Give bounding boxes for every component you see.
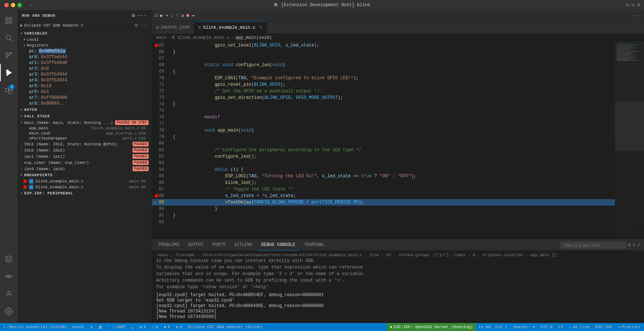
breadcrumb-part-func[interactable]: app_main(void) xyxy=(235,35,272,40)
window-icon-2[interactable]: ⊡ xyxy=(632,2,635,8)
layout-icon[interactable]: ⊡ xyxy=(155,12,158,19)
activity-settings[interactable] xyxy=(0,303,17,320)
status-espidf[interactable]: ESP-IDF xyxy=(592,323,615,331)
status-openocd[interactable]: ● ESP-IDF: OpenOCD Server (Running) xyxy=(387,323,475,331)
tab-close-icon[interactable]: × xyxy=(259,25,262,31)
status-spaces[interactable]: Spaces: 4 xyxy=(510,323,538,331)
status-settings-btn[interactable]: ⚙ xyxy=(88,323,96,331)
thread-idle[interactable]: › IDLE (Name: IDLE) PAUSED xyxy=(17,147,151,153)
frame-vport-file: port.c xyxy=(123,136,137,141)
status-infos[interactable]: ✖ 0 xyxy=(161,323,173,331)
disconnect-icon[interactable]: ⇥ xyxy=(191,12,194,19)
thread-ipc0[interactable]: › ipc0 (Name: ipc0) PAUSED xyxy=(17,166,151,172)
status-errors[interactable]: ⊕ 0 xyxy=(137,323,149,331)
thread-idle-cpu1[interactable]: › IDLE (Name: IDLE, State: Running @CPU1… xyxy=(17,141,151,147)
play-icon[interactable]: ▶ xyxy=(20,23,23,28)
line-num-68: 68 xyxy=(152,62,170,68)
minimize-button[interactable] xyxy=(11,3,15,7)
bp-item-88[interactable]: blink_example_main.c main 88 xyxy=(17,184,151,190)
bp-check-65[interactable] xyxy=(29,179,33,183)
tab-launch-json[interactable]: ⚙ launch.json xyxy=(152,21,194,34)
maximize-button[interactable] xyxy=(17,3,22,7)
activity-extensions[interactable]: 1 xyxy=(0,81,17,99)
sidebar-scroll[interactable]: ▾ Variables ▾ Local ▾ Registers pc: 0x40… xyxy=(17,30,151,323)
panel-tab-output[interactable]: OUTPUT xyxy=(185,240,207,251)
status-position[interactable]: Ln 89, Col 1 xyxy=(476,323,510,331)
restart-icon[interactable]: ↺ xyxy=(181,12,184,19)
status-uart[interactable]: ⚡ UART xyxy=(109,323,129,331)
panel-tab-debug-console[interactable]: DEBUG CONSOLE xyxy=(258,240,299,251)
thread-ipc1[interactable]: › ipc1 (Name: ipc1) PAUSED xyxy=(17,153,151,160)
activity-explorer[interactable] xyxy=(0,12,17,29)
settings-gear-icon[interactable]: ⚙ xyxy=(135,22,138,28)
status-chip[interactable]: esp32 xyxy=(70,323,88,331)
bp-dot-65 xyxy=(23,179,27,183)
breadcrumb-part-main[interactable]: main xyxy=(156,35,167,40)
ellipsis-icon[interactable]: ··· xyxy=(139,22,149,28)
code-editor[interactable]: 65 gpio_set_level(BLINK_GPIO, s_led_stat… xyxy=(152,42,615,239)
panel-expand-icon[interactable]: ⤢ xyxy=(637,242,641,248)
bp-item-65[interactable]: blink_example_main.c main 65 xyxy=(17,178,151,184)
panel-content[interactable]: -main-, filename : /Users/brutiguela/wor… xyxy=(152,251,644,323)
hint-icon: ⊗ xyxy=(176,325,178,330)
step-out-icon[interactable]: ↑ xyxy=(176,13,179,19)
activity-espressif[interactable] xyxy=(0,250,17,268)
code-line-65: 65 gpio_set_level(BLINK_GPIO, s_led_stat… xyxy=(152,42,615,49)
svg-rect-24 xyxy=(617,53,632,53)
espperiph-section[interactable]: › ESP-IDF: PERIPHERAL xyxy=(17,190,151,197)
stop-icon[interactable]: ■ xyxy=(186,13,189,19)
step-over-icon[interactable]: ↷ xyxy=(165,12,168,19)
status-hints[interactable]: ⊗ 0 xyxy=(173,323,185,331)
panel-filter: ⊟ × ⤢ xyxy=(561,242,641,249)
status-eol[interactable]: LF xyxy=(555,323,566,331)
filter-input[interactable] xyxy=(561,242,626,249)
activity-source-control[interactable] xyxy=(0,47,17,64)
panel-tab-gitlens[interactable]: GITLENS xyxy=(231,240,256,251)
status-prettier[interactable]: ✎ Prettier xyxy=(615,323,644,331)
breakpoints-section[interactable]: ▾ Breakpoints xyxy=(17,172,151,178)
frame-app-main[interactable]: app_main blink_example_main.c 89 xyxy=(17,126,151,131)
svg-point-14 xyxy=(7,291,10,294)
status-trash-btn[interactable]: 🗑 xyxy=(96,323,105,331)
status-port[interactable]: ⚡ /dev/cu.usbserial-1141501 xyxy=(0,323,70,331)
activity-account[interactable] xyxy=(0,285,17,303)
panel-tab-ports[interactable]: PORTS xyxy=(209,240,229,251)
step-into-icon[interactable]: ↓ xyxy=(170,13,173,19)
watch-section[interactable]: ▾ Watch xyxy=(17,106,151,113)
frame-main-task[interactable]: main_task app_startup.c 208 xyxy=(17,131,151,136)
more-icon[interactable]: ··· xyxy=(137,13,147,19)
more-actions-icon[interactable]: ··· xyxy=(632,13,641,19)
tab-blink-main-label: blink_example_main.c xyxy=(203,25,255,30)
frame-vport[interactable]: vPortTaskWrapper port.c 149 xyxy=(17,136,151,141)
filter-icon[interactable]: ⊟ xyxy=(628,242,631,248)
bp-check-88[interactable] xyxy=(29,185,33,189)
activity-run-debug[interactable] xyxy=(0,64,17,81)
var-ar3: ar3: 0x3ffb4944 xyxy=(17,72,151,77)
activity-remote[interactable] xyxy=(0,268,17,285)
window-icon-3[interactable]: ⊞ xyxy=(637,2,640,8)
status-golive[interactable]: ⇒ Go Live xyxy=(566,323,593,331)
thread-main[interactable]: ▾ main (Name: main, State: Running ...) … xyxy=(17,120,151,126)
callstack-section[interactable]: ▾ Call Stack xyxy=(17,113,151,120)
settings-icon[interactable]: ⚙ xyxy=(132,12,135,19)
back-arrow-icon[interactable]: ‹ xyxy=(29,2,32,8)
panel-tab-terminal[interactable]: TERMINAL xyxy=(300,240,329,251)
activity-search[interactable] xyxy=(0,29,17,47)
status-encoding[interactable]: UTF-8 xyxy=(538,323,555,331)
status-cloud[interactable]: ☁ xyxy=(129,323,137,331)
local-subsection[interactable]: ▾ Local xyxy=(17,37,151,43)
tab-blink-main[interactable]: C blink_example_main.c × xyxy=(194,21,267,34)
window-icon-1[interactable]: ⊟ xyxy=(626,2,629,8)
thread-esp-timer[interactable]: › esp_timer (Name: esp_timer) PAUSED xyxy=(17,160,151,166)
continue-icon[interactable]: ▶ xyxy=(160,12,163,19)
registers-subsection[interactable]: ▾ Registers xyxy=(17,43,151,48)
breadcrumb-part-file[interactable]: C blink_example_main.c xyxy=(172,35,230,40)
panel-close-icon[interactable]: × xyxy=(632,242,635,248)
forward-arrow-icon[interactable]: › xyxy=(33,2,36,8)
panel-tab-problems[interactable]: PROBLEMS xyxy=(155,240,183,251)
debug-adapter-button[interactable]: Eclipse CDT GDB Adapter ∨ xyxy=(24,23,83,28)
variables-section[interactable]: ▾ Variables xyxy=(17,30,151,37)
status-debug-adapter[interactable]: Eclipse CDT GDB Adapter (blink) xyxy=(185,323,266,331)
status-warnings[interactable]: ⚠ 0 xyxy=(149,323,161,331)
close-button[interactable] xyxy=(4,3,9,7)
